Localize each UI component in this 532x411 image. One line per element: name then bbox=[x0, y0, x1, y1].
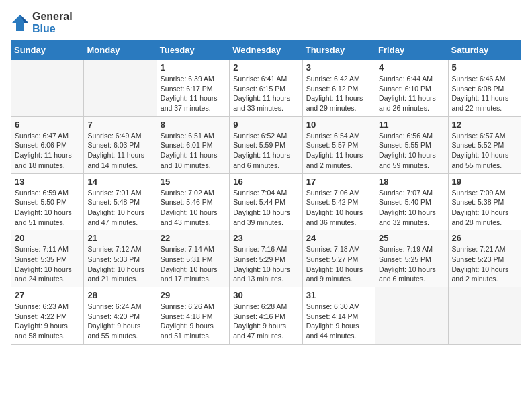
calendar-cell: 2Sunrise: 6:41 AM Sunset: 6:15 PM Daylig… bbox=[230, 60, 302, 117]
day-info: Sunrise: 6:56 AM Sunset: 5:55 PM Dayligh… bbox=[379, 131, 444, 171]
calendar-cell: 24Sunrise: 7:18 AM Sunset: 5:27 PM Dayli… bbox=[302, 230, 375, 287]
calendar-week-row: 13Sunrise: 6:59 AM Sunset: 5:50 PM Dayli… bbox=[11, 173, 521, 230]
day-number: 3 bbox=[306, 62, 371, 73]
day-info: Sunrise: 6:49 AM Sunset: 6:03 PM Dayligh… bbox=[87, 131, 152, 171]
day-info: Sunrise: 6:39 AM Sunset: 6:17 PM Dayligh… bbox=[161, 74, 226, 113]
day-number: 21 bbox=[87, 233, 152, 243]
logo-text: General Blue bbox=[32, 11, 73, 35]
calendar-cell: 7Sunrise: 6:49 AM Sunset: 6:03 PM Daylig… bbox=[84, 116, 157, 173]
column-header-friday: Friday bbox=[375, 41, 448, 60]
day-info: Sunrise: 7:02 AM Sunset: 5:46 PM Dayligh… bbox=[161, 188, 226, 228]
day-number: 17 bbox=[306, 177, 371, 187]
day-number: 31 bbox=[306, 290, 371, 300]
day-number: 19 bbox=[452, 177, 517, 187]
day-number: 16 bbox=[233, 177, 298, 187]
column-header-saturday: Saturday bbox=[448, 41, 521, 60]
day-number: 15 bbox=[161, 177, 226, 187]
calendar-cell: 4Sunrise: 6:44 AM Sunset: 6:10 PM Daylig… bbox=[375, 60, 448, 117]
day-info: Sunrise: 7:14 AM Sunset: 5:31 PM Dayligh… bbox=[161, 244, 226, 284]
day-info: Sunrise: 7:01 AM Sunset: 5:48 PM Dayligh… bbox=[87, 188, 152, 228]
calendar-cell: 21Sunrise: 7:12 AM Sunset: 5:33 PM Dayli… bbox=[84, 230, 157, 287]
page-header: General Blue bbox=[11, 11, 521, 35]
day-number: 20 bbox=[15, 233, 80, 243]
logo-icon bbox=[11, 13, 30, 32]
calendar-cell: 11Sunrise: 6:56 AM Sunset: 5:55 PM Dayli… bbox=[375, 116, 448, 173]
calendar-cell: 27Sunrise: 6:23 AM Sunset: 4:22 PM Dayli… bbox=[11, 287, 84, 345]
calendar-cell: 14Sunrise: 7:01 AM Sunset: 5:48 PM Dayli… bbox=[84, 173, 157, 230]
day-info: Sunrise: 6:26 AM Sunset: 4:18 PM Dayligh… bbox=[161, 302, 226, 341]
day-info: Sunrise: 7:06 AM Sunset: 5:42 PM Dayligh… bbox=[306, 188, 371, 228]
day-info: Sunrise: 6:24 AM Sunset: 4:20 PM Dayligh… bbox=[87, 302, 152, 341]
logo: General Blue bbox=[11, 11, 73, 35]
day-info: Sunrise: 7:04 AM Sunset: 5:44 PM Dayligh… bbox=[233, 188, 298, 228]
day-number: 8 bbox=[161, 120, 226, 130]
day-number: 14 bbox=[87, 177, 152, 187]
day-number: 13 bbox=[15, 177, 80, 187]
day-info: Sunrise: 6:46 AM Sunset: 6:08 PM Dayligh… bbox=[452, 74, 517, 113]
column-header-tuesday: Tuesday bbox=[157, 41, 229, 60]
calendar-header-row: SundayMondayTuesdayWednesdayThursdayFrid… bbox=[11, 41, 521, 60]
day-info: Sunrise: 6:47 AM Sunset: 6:06 PM Dayligh… bbox=[15, 131, 80, 171]
day-info: Sunrise: 6:51 AM Sunset: 6:01 PM Dayligh… bbox=[161, 131, 226, 171]
day-number: 12 bbox=[452, 120, 517, 130]
day-number: 30 bbox=[233, 290, 298, 300]
calendar-cell: 6Sunrise: 6:47 AM Sunset: 6:06 PM Daylig… bbox=[11, 116, 84, 173]
calendar-cell: 12Sunrise: 6:57 AM Sunset: 5:52 PM Dayli… bbox=[448, 116, 521, 173]
day-info: Sunrise: 6:41 AM Sunset: 6:15 PM Dayligh… bbox=[233, 74, 298, 113]
day-info: Sunrise: 7:09 AM Sunset: 5:38 PM Dayligh… bbox=[452, 188, 517, 228]
day-number: 4 bbox=[379, 62, 444, 73]
column-header-monday: Monday bbox=[84, 41, 157, 60]
calendar-cell: 20Sunrise: 7:11 AM Sunset: 5:35 PM Dayli… bbox=[11, 230, 84, 287]
day-info: Sunrise: 6:54 AM Sunset: 5:57 PM Dayligh… bbox=[306, 131, 371, 171]
calendar-cell: 25Sunrise: 7:19 AM Sunset: 5:25 PM Dayli… bbox=[375, 230, 448, 287]
calendar-cell: 23Sunrise: 7:16 AM Sunset: 5:29 PM Dayli… bbox=[230, 230, 302, 287]
day-info: Sunrise: 6:23 AM Sunset: 4:22 PM Dayligh… bbox=[15, 302, 80, 341]
calendar-cell bbox=[448, 287, 521, 345]
calendar-cell: 17Sunrise: 7:06 AM Sunset: 5:42 PM Dayli… bbox=[302, 173, 375, 230]
day-info: Sunrise: 6:52 AM Sunset: 5:59 PM Dayligh… bbox=[233, 131, 298, 171]
day-info: Sunrise: 6:57 AM Sunset: 5:52 PM Dayligh… bbox=[452, 131, 517, 171]
column-header-wednesday: Wednesday bbox=[230, 41, 302, 60]
calendar-week-row: 20Sunrise: 7:11 AM Sunset: 5:35 PM Dayli… bbox=[11, 230, 521, 287]
calendar-cell: 31Sunrise: 6:30 AM Sunset: 4:14 PM Dayli… bbox=[302, 287, 375, 345]
calendar-table: SundayMondayTuesdayWednesdayThursdayFrid… bbox=[11, 40, 521, 345]
day-info: Sunrise: 7:18 AM Sunset: 5:27 PM Dayligh… bbox=[306, 244, 371, 284]
calendar-cell: 28Sunrise: 6:24 AM Sunset: 4:20 PM Dayli… bbox=[84, 287, 157, 345]
day-number: 9 bbox=[233, 120, 298, 130]
column-header-sunday: Sunday bbox=[11, 41, 84, 60]
day-number: 25 bbox=[379, 233, 444, 243]
calendar-cell: 30Sunrise: 6:28 AM Sunset: 4:16 PM Dayli… bbox=[230, 287, 302, 345]
calendar-cell: 15Sunrise: 7:02 AM Sunset: 5:46 PM Dayli… bbox=[157, 173, 229, 230]
day-info: Sunrise: 6:42 AM Sunset: 6:12 PM Dayligh… bbox=[306, 74, 371, 113]
day-info: Sunrise: 6:44 AM Sunset: 6:10 PM Dayligh… bbox=[379, 74, 444, 113]
day-info: Sunrise: 6:59 AM Sunset: 5:50 PM Dayligh… bbox=[15, 188, 80, 228]
day-number: 26 bbox=[452, 233, 517, 243]
day-info: Sunrise: 7:19 AM Sunset: 5:25 PM Dayligh… bbox=[379, 244, 444, 284]
calendar-cell: 29Sunrise: 6:26 AM Sunset: 4:18 PM Dayli… bbox=[157, 287, 229, 345]
calendar-cell: 26Sunrise: 7:21 AM Sunset: 5:23 PM Dayli… bbox=[448, 230, 521, 287]
calendar-cell: 18Sunrise: 7:07 AM Sunset: 5:40 PM Dayli… bbox=[375, 173, 448, 230]
day-number: 18 bbox=[379, 177, 444, 187]
calendar-cell: 19Sunrise: 7:09 AM Sunset: 5:38 PM Dayli… bbox=[448, 173, 521, 230]
day-number: 11 bbox=[379, 120, 444, 130]
day-number: 27 bbox=[15, 290, 80, 300]
calendar-cell: 9Sunrise: 6:52 AM Sunset: 5:59 PM Daylig… bbox=[230, 116, 302, 173]
day-number: 28 bbox=[87, 290, 152, 300]
day-info: Sunrise: 7:07 AM Sunset: 5:40 PM Dayligh… bbox=[379, 188, 444, 228]
calendar-cell: 10Sunrise: 6:54 AM Sunset: 5:57 PM Dayli… bbox=[302, 116, 375, 173]
calendar-week-row: 1Sunrise: 6:39 AM Sunset: 6:17 PM Daylig… bbox=[11, 60, 521, 117]
day-info: Sunrise: 7:21 AM Sunset: 5:23 PM Dayligh… bbox=[452, 244, 517, 284]
day-info: Sunrise: 6:30 AM Sunset: 4:14 PM Dayligh… bbox=[306, 302, 371, 341]
day-number: 5 bbox=[452, 62, 517, 73]
calendar-cell bbox=[84, 60, 157, 117]
day-number: 2 bbox=[233, 62, 298, 73]
calendar-cell: 5Sunrise: 6:46 AM Sunset: 6:08 PM Daylig… bbox=[448, 60, 521, 117]
calendar-cell: 13Sunrise: 6:59 AM Sunset: 5:50 PM Dayli… bbox=[11, 173, 84, 230]
calendar-week-row: 6Sunrise: 6:47 AM Sunset: 6:06 PM Daylig… bbox=[11, 116, 521, 173]
calendar-week-row: 27Sunrise: 6:23 AM Sunset: 4:22 PM Dayli… bbox=[11, 287, 521, 345]
day-number: 22 bbox=[161, 233, 226, 243]
calendar-cell: 8Sunrise: 6:51 AM Sunset: 6:01 PM Daylig… bbox=[157, 116, 229, 173]
calendar-cell bbox=[11, 60, 84, 117]
day-number: 10 bbox=[306, 120, 371, 130]
day-info: Sunrise: 7:11 AM Sunset: 5:35 PM Dayligh… bbox=[15, 244, 80, 284]
